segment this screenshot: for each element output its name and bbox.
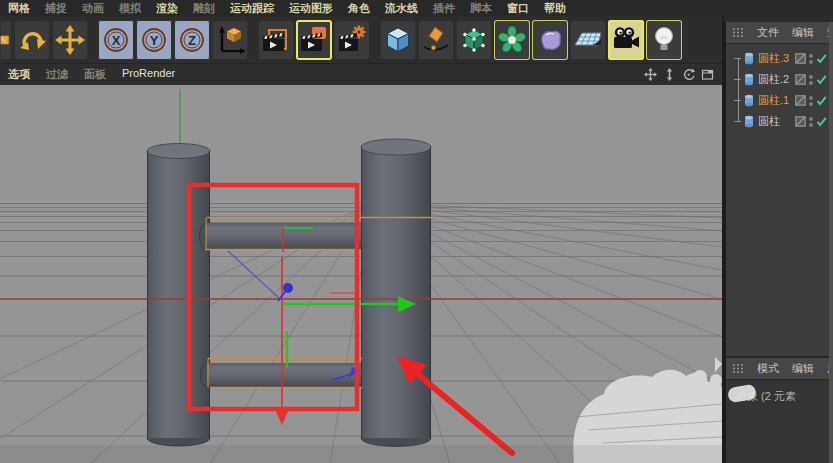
menubar-item-14[interactable]: 帮助: [544, 1, 566, 16]
cylinder-right[interactable]: [361, 139, 431, 447]
camera-icon: [611, 24, 641, 56]
panel-grip-icon[interactable]: [732, 27, 744, 38]
object-manager-menu-item-1[interactable]: 文件: [757, 25, 779, 40]
spline-pen-button[interactable]: [418, 20, 454, 60]
object-list: 圆柱.3 圆柱.2: [726, 44, 829, 356]
visibility-dots[interactable]: [809, 96, 813, 106]
viewport-menu-item-4[interactable]: ProRender: [122, 67, 175, 82]
light-button[interactable]: [646, 20, 682, 60]
axis-z-toggle[interactable]: Z: [174, 20, 210, 60]
attribute-panel-menu-item-2[interactable]: 编辑: [792, 361, 814, 376]
primitive-cube-button[interactable]: [380, 20, 416, 60]
object-name: 圆柱.1: [758, 93, 789, 108]
camera-button[interactable]: [608, 20, 644, 60]
object-manager-menu-item-3[interactable]: 查看: [827, 25, 829, 40]
undo-button[interactable]: [0, 20, 12, 60]
menubar-item-1[interactable]: 网格: [8, 1, 30, 16]
subdivision-surface-icon: [459, 24, 489, 56]
coordinate-system-icon: [215, 24, 245, 56]
axis-y-toggle[interactable]: Y: [136, 20, 172, 60]
cylinder-horizontal-top[interactable]: [200, 223, 363, 249]
object-row[interactable]: 圆柱: [726, 111, 829, 132]
render-view-button[interactable]: [258, 20, 294, 60]
rotate-tool-button[interactable]: [14, 20, 50, 60]
enabled-check-icon[interactable]: [816, 74, 827, 85]
layer-icon[interactable]: [795, 116, 806, 127]
menubar-item-8[interactable]: 运动图形: [289, 1, 333, 16]
viewport-column: X Y Z: [0, 16, 724, 463]
generator-button[interactable]: [494, 20, 530, 60]
pan-view-icon[interactable]: [644, 68, 657, 81]
visibility-dots[interactable]: [809, 75, 813, 85]
attribute-panel-menu-item-1[interactable]: 模式: [757, 361, 779, 376]
coordinate-system-button[interactable]: [212, 20, 248, 60]
object-name: 圆柱.2: [758, 72, 789, 87]
primitive-cube-icon: [383, 24, 413, 56]
cylinder-object-icon: [744, 94, 754, 107]
attribute-panel-menu: 模式编辑用户数据: [726, 358, 829, 380]
viewport-3d[interactable]: [0, 85, 722, 463]
menubar-item-2[interactable]: 捕捉: [45, 1, 67, 16]
main-area: X Y Z: [0, 16, 833, 463]
subdivision-surface-button[interactable]: [456, 20, 492, 60]
menubar-item-7[interactable]: 运动跟踪: [230, 1, 274, 16]
spline-pen-icon: [421, 24, 451, 56]
object-row[interactable]: 圆柱.3: [726, 48, 829, 69]
viewport-menu-item-1[interactable]: 选项: [8, 67, 30, 82]
enabled-check-icon[interactable]: [816, 53, 827, 64]
object-manager: 文件编辑查看 圆柱.3: [726, 22, 829, 358]
metaball-button[interactable]: [532, 20, 568, 60]
enabled-check-icon[interactable]: [816, 116, 827, 127]
svg-text:Z: Z: [188, 32, 196, 47]
view-controls: [644, 68, 714, 81]
object-toggles: [795, 53, 827, 64]
object-toggles: [795, 116, 827, 127]
scene: [0, 85, 722, 463]
menubar-item-3[interactable]: 动画: [82, 1, 104, 16]
svg-text:Y: Y: [150, 32, 159, 47]
visibility-dots[interactable]: [809, 117, 813, 127]
enabled-check-icon[interactable]: [816, 95, 827, 106]
render-settings-button[interactable]: [334, 20, 370, 60]
attribute-panel-menu-item-3[interactable]: 用户数据: [827, 361, 829, 376]
menubar-item-10[interactable]: 流水线: [385, 1, 418, 16]
render-settings-icon: [337, 24, 367, 56]
light-icon: [649, 24, 679, 56]
floor-button[interactable]: [570, 20, 606, 60]
viewport-menu-item-2[interactable]: 过滤: [46, 67, 68, 82]
rotate-tool-icon: [17, 24, 47, 56]
move-tool-icon: [55, 24, 85, 56]
viewport-menu-item-3[interactable]: 面板: [84, 67, 106, 82]
render-picture-viewer-icon: [299, 24, 329, 56]
viewport-menu-bar: 选项过滤面板ProRender: [0, 63, 722, 85]
attribute-panel: 模式编辑用户数据 对象 (2 元素: [726, 358, 829, 463]
render-view-icon: [261, 24, 291, 56]
axis-x-toggle[interactable]: X: [98, 20, 134, 60]
menubar-item-13[interactable]: 窗口: [507, 1, 529, 16]
tree-line: [738, 58, 739, 122]
object-row[interactable]: 圆柱.1: [726, 90, 829, 111]
rotate-view-icon[interactable]: [682, 68, 695, 81]
layer-icon[interactable]: [795, 74, 806, 85]
menubar-item-5[interactable]: 渲染: [156, 1, 178, 16]
object-row[interactable]: 圆柱.2: [726, 69, 829, 90]
layer-icon[interactable]: [795, 95, 806, 106]
render-picture-viewer-button[interactable]: [296, 20, 332, 60]
toggle-views-icon[interactable]: [701, 68, 714, 81]
menu-bar: 网格捕捉动画模拟渲染雕刻运动跟踪运动图形角色流水线插件脚本窗口帮助: [0, 0, 833, 16]
generator-icon: [497, 24, 527, 56]
visibility-dots[interactable]: [809, 54, 813, 64]
zoom-view-icon[interactable]: [663, 68, 676, 81]
layer-icon[interactable]: [795, 53, 806, 64]
menubar-item-9[interactable]: 角色: [348, 1, 370, 16]
menubar-item-4[interactable]: 模拟: [119, 1, 141, 16]
menubar-item-6[interactable]: 雕刻: [193, 1, 215, 16]
menubar-item-11[interactable]: 插件: [433, 1, 455, 16]
viewport-menu-items: 选项过滤面板ProRender: [8, 67, 175, 82]
right-panel: 文件编辑查看 圆柱.3: [724, 22, 833, 463]
cylinder-left[interactable]: [147, 144, 210, 447]
panel-grip-icon[interactable]: [732, 363, 744, 374]
object-manager-menu-item-2[interactable]: 编辑: [792, 25, 814, 40]
menubar-item-12[interactable]: 脚本: [470, 1, 492, 16]
move-tool-button[interactable]: [52, 20, 88, 60]
